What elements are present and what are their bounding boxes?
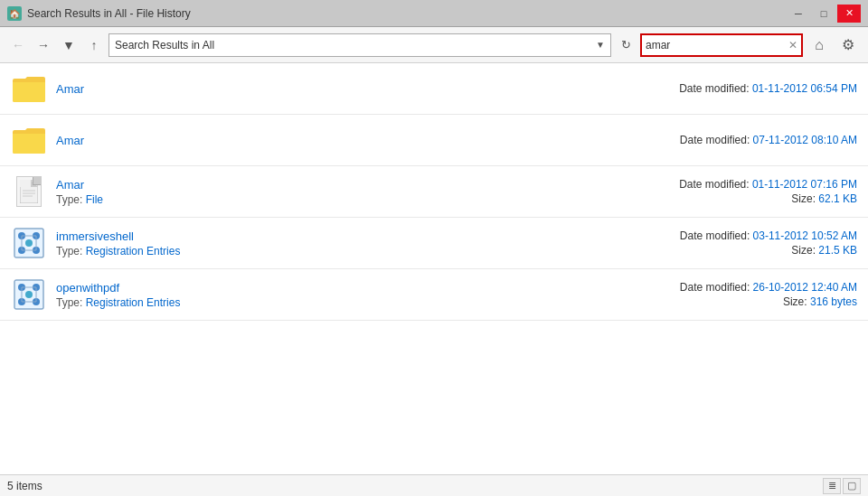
reg-icon — [11, 276, 47, 313]
app-icon: 🏠 — [7, 6, 22, 21]
size-info: Size: 62.1 KB — [658, 192, 857, 205]
modified-label: Date modified: — [680, 229, 753, 242]
size-value: 21.5 KB — [818, 244, 857, 257]
search-box[interactable]: ✕ — [640, 33, 803, 57]
status-items: 5 items — [7, 480, 42, 492]
modified-label: Date modified: — [679, 178, 752, 191]
toolbar: ← → ▼ ↑ ▼ ↻ ✕ ⌂ ⚙ — [0, 27, 868, 63]
address-input[interactable] — [115, 39, 592, 51]
forward-button[interactable]: → — [33, 34, 54, 56]
modified-info: Date modified: 01-11-2012 07:16 PM — [658, 178, 857, 191]
file-name: Amar — [56, 134, 658, 147]
file-info: Amar — [56, 134, 658, 147]
file-meta: Date modified: 01-11-2012 06:54 PM — [658, 82, 857, 95]
document-icon — [16, 176, 42, 207]
svg-rect-3 — [20, 180, 31, 187]
modified-info: Date modified: 26-10-2012 12:40 AM — [658, 281, 857, 294]
modified-value: 26-10-2012 12:40 AM — [753, 281, 857, 294]
file-name: openwithpdf — [56, 281, 658, 295]
file-name: Amar — [56, 178, 658, 192]
file-info: immersiveshell Type: Registration Entrie… — [56, 229, 658, 257]
size-value: 62.1 KB — [818, 192, 857, 205]
file-info: openwithpdf Type: Registration Entries — [56, 281, 658, 309]
list-item[interactable]: Amar Type: File Date modified: 01-11-201… — [0, 166, 868, 218]
size-info: Size: 316 bytes — [658, 295, 857, 308]
dropdown-button[interactable]: ▼ — [58, 34, 80, 56]
size-label: Size: — [783, 295, 810, 308]
modified-value: 01-11-2012 07:16 PM — [752, 178, 857, 191]
svg-point-22 — [25, 291, 33, 298]
search-input[interactable] — [646, 39, 785, 51]
view-buttons: ≣ ▢ — [823, 478, 861, 494]
modified-label: Date modified: — [679, 82, 752, 95]
settings-button[interactable]: ⚙ — [835, 33, 861, 58]
file-list-container: Amar Date modified: 01-11-2012 06:54 PM … — [0, 63, 868, 474]
modified-label: Date modified: — [680, 134, 753, 146]
file-type: Type: File — [56, 193, 658, 206]
list-item[interactable]: Amar Date modified: 07-11-2012 08:10 AM — [0, 115, 868, 166]
list-view-button[interactable]: ≣ — [823, 478, 841, 494]
window-controls: ─ □ ✕ — [787, 5, 861, 23]
refresh-button[interactable]: ↻ — [615, 34, 637, 56]
svg-text:🏠: 🏠 — [9, 8, 21, 20]
file-meta: Date modified: 07-11-2012 08:10 AM — [658, 134, 857, 146]
folder-icon — [11, 70, 47, 107]
back-button[interactable]: ← — [7, 34, 29, 56]
file-info: Amar — [56, 82, 658, 96]
folder-icon — [11, 122, 47, 158]
window-title: Search Results in All - File History — [27, 7, 191, 20]
file-info: Amar Type: File — [56, 178, 658, 206]
size-info: Size: 21.5 KB — [658, 244, 857, 257]
modified-info: Date modified: 03-11-2012 10:52 AM — [658, 229, 857, 242]
modified-info: Date modified: 01-11-2012 06:54 PM — [658, 82, 857, 95]
size-label: Size: — [791, 244, 818, 257]
home-button[interactable]: ⌂ — [807, 33, 832, 58]
modified-value: 07-11-2012 08:10 AM — [753, 134, 857, 146]
title-bar: 🏠 Search Results in All - File History ─… — [0, 0, 868, 27]
title-bar-left: 🏠 Search Results in All - File History — [7, 6, 191, 21]
close-button[interactable]: ✕ — [837, 5, 861, 23]
search-clear-icon[interactable]: ✕ — [788, 39, 797, 51]
details-view-button[interactable]: ▢ — [843, 478, 861, 494]
file-type: Type: Registration Entries — [56, 296, 658, 309]
size-value: 316 bytes — [810, 295, 857, 308]
list-item[interactable]: Amar Date modified: 01-11-2012 06:54 PM — [0, 63, 868, 115]
file-list: Amar Date modified: 01-11-2012 06:54 PM … — [0, 63, 868, 321]
list-item[interactable]: openwithpdf Type: Registration Entries D… — [0, 269, 868, 321]
file-name: Amar — [56, 82, 658, 96]
modified-label: Date modified: — [680, 281, 753, 294]
svg-point-12 — [25, 239, 33, 247]
file-icon — [11, 173, 47, 210]
minimize-button[interactable]: ─ — [787, 5, 810, 23]
modified-info: Date modified: 07-11-2012 08:10 AM — [658, 134, 857, 146]
status-bar: 5 items ≣ ▢ — [0, 474, 868, 496]
file-type: Type: Registration Entries — [56, 245, 658, 257]
file-meta: Date modified: 26-10-2012 12:40 AM Size:… — [658, 281, 857, 308]
modified-value: 03-11-2012 10:52 AM — [753, 229, 857, 242]
modified-value: 01-11-2012 06:54 PM — [752, 82, 857, 95]
file-meta: Date modified: 01-11-2012 07:16 PM Size:… — [658, 178, 857, 205]
address-dropdown-icon[interactable]: ▼ — [596, 40, 605, 50]
list-item[interactable]: immersiveshell Type: Registration Entrie… — [0, 218, 868, 269]
file-meta: Date modified: 03-11-2012 10:52 AM Size:… — [658, 229, 857, 257]
address-bar[interactable]: ▼ — [108, 33, 611, 57]
file-name: immersiveshell — [56, 229, 658, 243]
size-label: Size: — [791, 192, 818, 205]
up-button[interactable]: ↑ — [83, 34, 105, 56]
reg-icon — [11, 225, 47, 261]
maximize-button[interactable]: □ — [812, 5, 835, 23]
